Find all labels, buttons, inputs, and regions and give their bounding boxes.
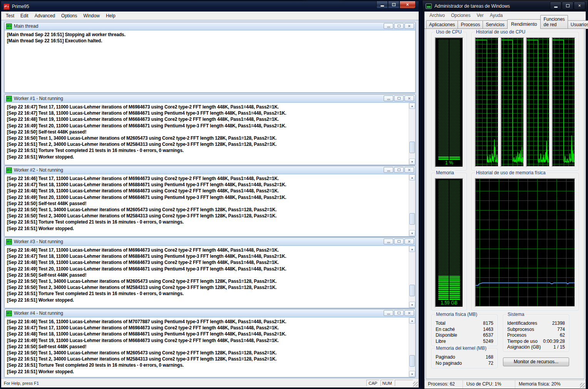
minimize-button[interactable] [384,310,393,316]
menu-advanced[interactable]: Advanced [32,12,58,20]
log-line: [Sep 22 16:50] Self-test 448K passed! [7,344,415,350]
scrollbar-thumb[interactable] [409,213,415,225]
tab-servicios[interactable]: Servicios [483,20,508,29]
log-text: [Main thread Sep 22 16:51] Stopping all … [5,30,415,44]
tab-usuarios[interactable]: Usuarios [568,20,588,29]
menu-options[interactable]: Options [58,12,80,20]
mdi-window-title: Worker #3 - Not running [14,239,63,244]
scroll-up-icon[interactable]: ▲ [409,174,415,180]
log-text: [Sep 22 16:47] Test 17, 11000 Lucas-Lehm… [5,103,415,160]
prime95-titlebar[interactable]: 2P-1 Prime95 × [1,1,419,12]
taskman-titlebar[interactable]: Administrador de tareas de Windows × [423,0,588,12]
log-line: [Sep 22 16:50] Test 2, 34000 Lucas-Lehme… [7,284,415,290]
log-line: [Sep 22 16:50] Test 1, 34000 Lucas-Lehme… [7,135,415,141]
scrollbar[interactable]: ▲▼ [409,317,415,377]
taskman-window-title: Administrador de tareas de Windows [434,3,510,9]
restore-button[interactable] [394,239,404,244]
cpu-usage-label: Uso de CPU [435,29,463,35]
menu-opciones[interactable]: Opciones [448,12,474,19]
scroll-down-icon[interactable]: ▼ [409,371,415,377]
restore-button[interactable] [394,310,404,316]
maximize-button[interactable] [562,2,573,10]
kernel-memory-group: Memoria del kernel (MB) Paginado168No pa… [431,348,498,368]
restore-button[interactable] [394,95,404,101]
log-line: [Sep 22 16:49] Test 20, 11000 Lucas-Lehm… [7,266,415,272]
minimize-button[interactable] [384,239,393,244]
scroll-down-icon[interactable]: ▼ [409,159,415,165]
cap-indicator: CAP [366,380,379,386]
mdi-titlebar[interactable]: 2P-1Worker #1 - Not running× [5,95,415,103]
physical-memory-group: Memoria física (MB) Total8175En caché146… [431,314,498,346]
prime95-worker-icon: 2P-1 [6,23,12,29]
resize-grip[interactable] [413,382,418,387]
mdi-titlebar[interactable]: 2P-1Worker #4 - Not running× [5,309,415,317]
scroll-up-icon[interactable]: ▲ [409,317,415,324]
close-button[interactable]: × [404,167,414,173]
stat-value: 8175 [483,321,493,327]
task-manager-window: Administrador de tareas de Windows × Arc… [422,0,588,389]
memory-history-group: Historial de uso de memoria física [471,173,579,311]
menu-edit[interactable]: Edit [17,12,32,20]
close-button[interactable]: × [399,1,416,8]
tab-rendimiento[interactable]: Rendimiento [507,19,541,29]
log-line: [Main thread Sep 22 16:51] Execution hal… [7,38,415,44]
resize-grip[interactable] [580,383,585,388]
tab-aplicaciones[interactable]: Aplicaciones [426,20,458,29]
restore-button[interactable] [394,167,404,173]
stat-label: No paginado [436,361,462,367]
close-button[interactable]: × [404,239,414,244]
maximize-button[interactable] [388,1,399,8]
prime95-mdi-area: 2P-1Main thread×[Main thread Sep 22 16:5… [1,20,419,378]
tab-procesos[interactable]: Procesos [458,20,483,29]
close-button[interactable]: × [574,2,585,10]
prime95-window: 2P-1 Prime95 × TestEditAdvancedOptionsWi… [1,1,419,388]
minimize-button[interactable] [550,2,561,10]
stat-row: En caché1463 [432,327,497,333]
mdi-titlebar[interactable]: 2P-1Main thread× [5,22,415,30]
scroll-down-icon[interactable]: ▼ [409,230,415,236]
scrollbar-thumb[interactable] [409,285,415,296]
scrollbar-thumb[interactable] [409,355,415,367]
menu-help[interactable]: Help [103,12,119,20]
cpu-history-graph-4 [552,37,576,167]
stat-row: Total8175 [432,321,497,327]
status-help-text: For Help, press F1 [1,381,366,386]
scrollbar-thumb[interactable] [409,142,415,153]
scroll-up-icon[interactable]: ▲ [409,246,415,252]
minimize-button[interactable] [384,167,393,173]
menu-ayuda[interactable]: Ayuda [487,12,506,19]
menu-archivo[interactable]: Archivo [426,12,448,19]
scrollbar[interactable]: ▲▼ [409,246,415,308]
log-line: [Sep 22 16:48] Test 19, 11000 Lucas-Lehm… [7,188,415,194]
log-line: [Sep 22 16:51] Worker stopped. [7,154,415,160]
restore-button[interactable] [394,23,404,29]
minimize-button[interactable] [384,95,393,101]
stat-label: Disponible [436,332,457,339]
log-line: [Sep 22 16:49] Test 19, 11000 Lucas-Lehm… [7,337,415,344]
mdi-titlebar[interactable]: 2P-1Worker #3 - Not running× [5,238,415,246]
close-button[interactable]: × [404,95,414,101]
tab-funciones-de-red[interactable]: Funciones de red [540,15,568,29]
kernel-memory-label: Memoria del kernel (MB) [435,346,488,351]
stat-value: 5249 [483,339,493,345]
menu-ver[interactable]: Ver [474,12,487,19]
minimize-button[interactable] [384,23,393,29]
stat-label: Asignación (GB) [507,344,541,351]
log-line: [Sep 22 16:48] Test 19, 11000 Lucas-Lehm… [7,116,415,122]
scroll-down-icon[interactable]: ▼ [409,302,415,308]
menu-test[interactable]: Test [3,12,17,20]
scrollbar[interactable]: ▲▼ [409,103,415,165]
close-button[interactable]: × [404,310,414,316]
close-button[interactable]: × [404,23,414,29]
stat-value: 774 [557,327,565,333]
cpu-usage-gauge: 1 % [435,37,463,167]
scrollbar[interactable]: ▲▼ [409,174,415,236]
mdi-titlebar[interactable]: 2P-1Worker #2 - Not running× [5,166,415,174]
scroll-up-icon[interactable]: ▲ [409,103,415,109]
prime95-worker-icon: 2P-1 [6,239,12,245]
resource-monitor-button[interactable]: Monitor de recursos... [503,357,569,366]
system-label: Sistema [506,312,525,317]
mdi-window-worker-2-not-running: 2P-1Worker #2 - Not running×[Sep 22 16:4… [4,166,416,237]
minimize-button[interactable] [376,1,388,8]
menu-window[interactable]: Window [80,12,103,20]
